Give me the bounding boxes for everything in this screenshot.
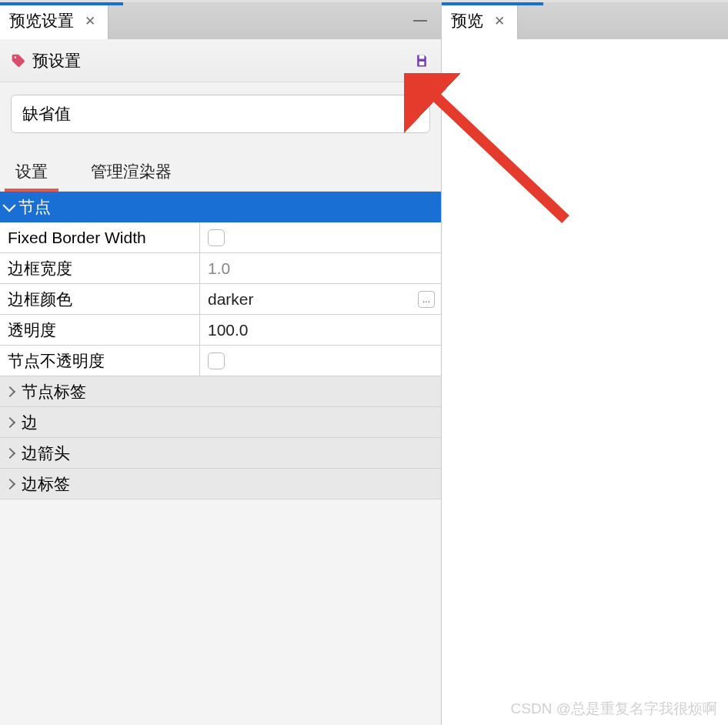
prop-row-fixed-border-width: Fixed Border Width [0,222,441,253]
sub-tab-bar: 设置 管理渲染器 [0,152,441,192]
preset-select[interactable]: 缺省值 [11,95,430,133]
border-color-text: darker [208,290,254,309]
save-button[interactable] [413,52,430,69]
prop-value-border-width[interactable]: 1.0 [200,253,441,283]
prop-label: 边框颜色 [0,284,200,314]
prop-value-opacity[interactable]: 100.0 [200,315,441,345]
group-node-labels[interactable]: 节点标签 [0,376,441,407]
prop-label: 边框宽度 [0,253,200,283]
group-edges[interactable]: 边 [0,407,441,438]
minimize-button[interactable] [410,11,430,31]
close-icon[interactable]: ✕ [82,13,99,29]
prop-row-border-color: 边框颜色 darker ... [0,284,441,315]
preview-panel: 预览 ✕ [442,2,728,725]
tab-title: 预览设置 [9,10,74,32]
chevron-down-icon [3,199,16,212]
group-label: 边 [22,412,38,433]
checkbox-node-opacity[interactable] [208,352,225,369]
chevron-right-icon [5,478,15,489]
preset-selected-value: 缺省值 [22,103,71,125]
preview-canvas [442,39,728,725]
group-label: 边箭头 [22,443,70,464]
preset-toolbar: 预设置 [0,39,441,82]
color-picker-button[interactable]: ... [418,291,435,308]
tab-preview-settings[interactable]: 预览设置 ✕ [0,2,109,39]
preview-settings-panel: 预览设置 ✕ 预设置 缺省值 [0,2,442,725]
prop-row-node-opacity: 节点不透明度 [0,346,441,376]
checkbox-fixed-border-width[interactable] [208,229,225,246]
group-label: 节点标签 [22,381,86,403]
chevron-right-icon [5,447,15,458]
close-icon[interactable]: ✕ [491,13,508,29]
left-tab-bar: 预览设置 ✕ [0,2,441,39]
preset-label: 预设置 [32,50,81,72]
empty-area [0,499,441,725]
svg-rect-1 [419,61,425,65]
save-icon [414,53,429,68]
group-label: 边标签 [22,473,70,495]
chevron-right-icon [5,386,15,396]
tag-icon [11,53,26,68]
section-header-nodes[interactable]: 节点 [0,192,441,222]
prop-label: 节点不透明度 [0,346,200,376]
prop-label: Fixed Border Width [0,222,200,252]
tab-preview[interactable]: 预览 ✕ [442,2,518,39]
tab-title: 预览 [451,10,483,32]
subtab-renderers[interactable]: 管理渲染器 [80,152,182,191]
subtab-settings[interactable]: 设置 [5,152,58,191]
watermark: CSDN @总是重复名字我很烦啊 [511,699,717,719]
section-title: 节点 [18,196,51,218]
subtab-renderers-label: 管理渲染器 [91,161,172,182]
preset-dropdown-area: 缺省值 [0,82,441,152]
chevron-right-icon [5,416,15,427]
property-table: Fixed Border Width 边框宽度 1.0 边框颜色 darker … [0,222,441,376]
svg-rect-0 [419,55,425,58]
prop-label: 透明度 [0,315,200,345]
prop-value-border-color[interactable]: darker ... [200,284,441,314]
group-edge-arrows[interactable]: 边箭头 [0,438,441,469]
prop-row-opacity: 透明度 100.0 [0,315,441,346]
chevron-down-icon [406,104,421,119]
group-edge-labels[interactable]: 边标签 [0,469,441,499]
subtab-settings-label: 设置 [15,161,48,182]
right-tab-bar: 预览 ✕ [442,2,728,39]
prop-row-border-width: 边框宽度 1.0 [0,253,441,284]
